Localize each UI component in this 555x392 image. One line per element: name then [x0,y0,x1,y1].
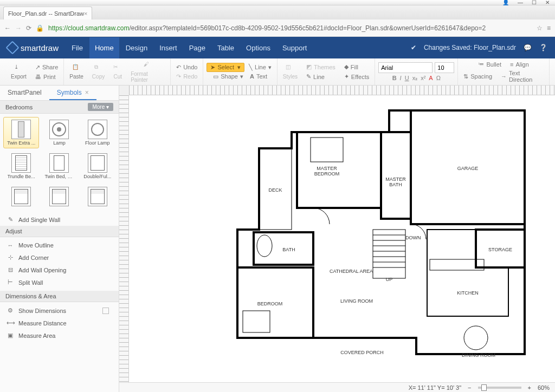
svg-text:KITCHEN: KITCHEN [457,290,479,296]
redo-button[interactable]: ↷Redo [174,72,199,81]
url-field[interactable]: https://cloud.smartdraw.com/editor.aspx?… [48,24,532,32]
zoom-slider[interactable] [478,387,521,389]
saved-status: Changes Saved: Floor_Plan.sdr [424,44,516,51]
format-painter-button[interactable]: 🖌Format Painter [128,60,167,84]
svg-text:MASTERBEDROOM: MASTERBEDROOM [314,166,340,177]
export-button[interactable]: ⤓Export [9,63,29,81]
nav-forward-icon[interactable]: → [15,24,22,32]
symbol-trundle-bed[interactable]: Trundle Be... [3,151,39,182]
symbol-item[interactable] [41,184,77,210]
symbol-item[interactable] [3,184,39,210]
superscript-button[interactable]: x² [421,75,425,82]
bold-button[interactable]: B [392,75,397,82]
print-button[interactable]: 🖶Print [33,73,60,81]
font-color-button[interactable]: A [429,75,433,82]
svg-text:MASTERBATH: MASTERBATH [385,177,406,187]
nav-reload-icon[interactable]: ⟳ [26,24,31,32]
status-bar: X= 11' 11" Y= 10' 3" − + 60% [119,382,555,392]
line-style-button[interactable]: ✎Line [304,72,338,81]
menu-options[interactable]: Options [245,41,272,55]
menu-home[interactable]: Home [89,37,119,58]
split-wall[interactable]: ⊢Split Wall [0,276,119,289]
symbol-floor-lamp[interactable]: Floor Lamp [80,117,115,148]
bullet-button[interactable]: ≔Bullet [476,60,504,69]
browser-tab[interactable]: Floor_Plan.sdr -- SmartDraw × [3,6,92,19]
horizontal-ruler [129,86,555,95]
svg-text:STORAGE: STORAGE [488,247,512,252]
menu-design[interactable]: Design [125,41,149,55]
menu-page[interactable]: Page [188,41,206,55]
measure-distance[interactable]: ⟷Measure Distance [0,317,119,329]
move-outline[interactable]: ↔Move Outline [0,239,119,251]
maximize-icon[interactable]: ☐ [532,0,537,5]
vertical-ruler [119,95,129,382]
text-tool[interactable]: AText [248,72,269,81]
canvas-area: MASTERBEDROOM MASTERBATH DECK GARAGE BAT… [119,86,555,392]
symbol-double-bed[interactable]: Double/Ful... [80,151,115,182]
help-icon[interactable]: ❔ [539,44,547,51]
underline-button[interactable]: U [405,75,409,82]
bookmark-icon[interactable]: ☆ [537,24,543,32]
canvas[interactable]: MASTERBEDROOM MASTERBATH DECK GARAGE BAT… [129,95,555,382]
area-icon: ▣ [7,332,14,339]
paste-button[interactable]: 📋Paste [67,63,86,81]
font-select[interactable] [378,62,433,73]
add-single-wall[interactable]: ✎Add Single Wall [0,213,119,226]
themes-button[interactable]: ◩Themes [304,62,338,71]
checkbox[interactable] [102,308,109,314]
menu-icon[interactable]: ≡ [547,24,551,32]
undo-button[interactable]: ↶Undo [174,63,199,72]
select-tool[interactable]: ➤Select▾ [206,63,244,72]
italic-button[interactable]: I [400,75,402,82]
subscript-button[interactable]: x₂ [412,75,418,82]
menu-insert[interactable]: Insert [158,41,178,55]
tab-close-icon[interactable]: × [85,89,89,96]
effects-button[interactable]: ✦Effects [342,72,371,81]
font-size-select[interactable] [435,62,454,73]
menu-file[interactable]: File [70,41,84,55]
left-panel: SmartPanel Symbols× Bedrooms More ▾ Twin… [0,86,119,392]
text-direction-button[interactable]: →Text Direction [499,69,546,84]
menu-support[interactable]: Support [281,41,308,55]
measure-area[interactable]: ▣Measure Area [0,329,119,342]
zoom-out-icon[interactable]: − [468,384,471,391]
account-icon[interactable]: 👤 [502,0,509,5]
spacing-button[interactable]: ⇅Spacing [461,69,494,84]
nav-back-icon[interactable]: ← [4,24,11,32]
svg-point-18 [257,235,272,257]
share-button[interactable]: ↗Share [33,63,60,72]
minimize-icon[interactable]: — [518,0,523,5]
copy-button[interactable]: ⧉Copy [90,63,107,81]
styles-button[interactable]: ◫Styles [281,63,300,81]
fill-button[interactable]: ◆Fill [342,62,371,71]
menu-table[interactable]: Table [216,41,235,55]
align-button[interactable]: ≡Align [508,60,531,69]
tab-smartpanel[interactable]: SmartPanel [0,86,49,100]
more-button[interactable]: More ▾ [88,103,113,111]
floorplan-drawing[interactable]: MASTERBEDROOM MASTERBATH DECK GARAGE BAT… [172,100,530,370]
symbol-twin-bed[interactable]: Twin Bed, S... [41,151,77,182]
symbol-lamp[interactable]: Lamp [41,117,77,148]
symbol-item[interactable] [80,184,115,210]
zoom-in-icon[interactable]: + [528,384,531,391]
panel-tabs: SmartPanel Symbols× [0,86,119,101]
symbol-twin-extra[interactable]: Twin Extra ... [3,117,39,148]
add-wall-opening[interactable]: ⊟Add Wall Opening [0,264,119,276]
cut-button[interactable]: ✂Cut [111,63,124,81]
show-dimensions[interactable]: ⚙Show Dimensions [0,304,119,317]
shape-tool[interactable]: ▭Shape▾ [211,72,246,81]
symbol-button[interactable]: Ω [436,75,441,82]
line-tool[interactable]: ╲Line▾ [247,63,274,72]
logo[interactable]: smartdraw [8,43,59,53]
section-adjust: Adjust [0,226,119,237]
chat-icon[interactable]: 💬 [524,44,532,51]
close-icon[interactable]: ✕ [545,0,550,5]
gear-icon: ⚙ [7,307,14,314]
add-corner[interactable]: ⊹Add Corner [0,251,119,264]
svg-rect-1 [297,132,381,208]
lock-icon: 🔒 [36,24,44,32]
tab-symbols[interactable]: Symbols× [49,86,96,100]
tab-close-icon[interactable]: × [84,10,87,17]
logo-text: smartdraw [21,43,59,53]
tab-title: Floor_Plan.sdr -- SmartDraw [8,10,84,17]
